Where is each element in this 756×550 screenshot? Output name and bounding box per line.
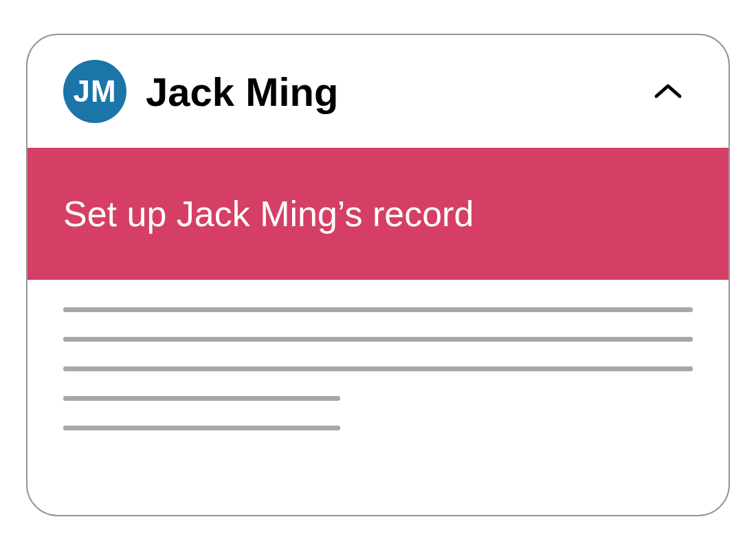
avatar: JM <box>63 60 126 123</box>
placeholder-line <box>63 426 340 430</box>
setup-banner[interactable]: Set up Jack Ming’s record <box>27 148 729 280</box>
placeholder-line <box>63 307 693 312</box>
collapse-button[interactable] <box>652 75 685 108</box>
content-placeholder <box>27 280 729 430</box>
placeholder-line <box>63 337 693 342</box>
card-header: JM Jack Ming <box>27 35 729 148</box>
avatar-initials: JM <box>73 74 116 109</box>
placeholder-line <box>63 396 340 401</box>
chevron-up-icon <box>654 82 682 100</box>
person-name: Jack Ming <box>146 69 632 115</box>
placeholder-line <box>63 366 693 371</box>
record-card: JM Jack Ming Set up Jack Ming’s record <box>26 34 730 516</box>
setup-banner-title: Set up Jack Ming’s record <box>63 193 693 234</box>
